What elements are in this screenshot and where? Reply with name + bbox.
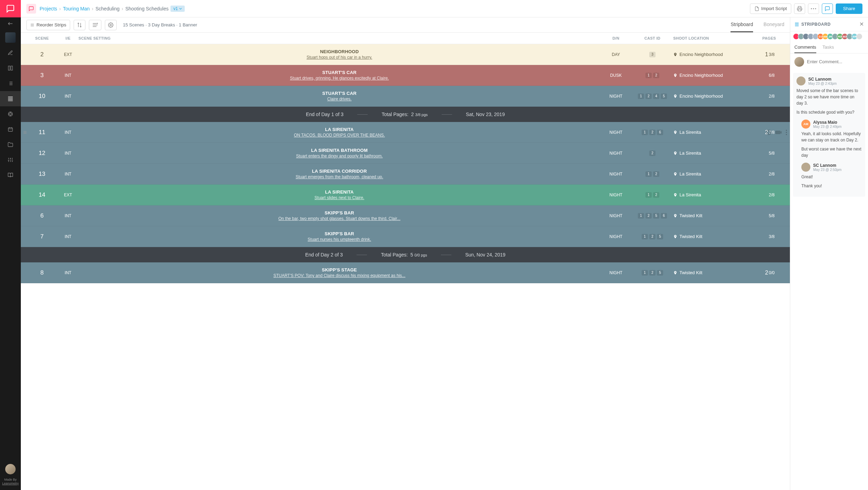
share-button[interactable]: Share xyxy=(836,3,862,14)
add-daybreak-button[interactable] xyxy=(89,20,101,30)
close-panel-icon[interactable]: ✕ xyxy=(859,21,864,27)
print-button[interactable] xyxy=(794,3,805,14)
reel-icon[interactable] xyxy=(766,129,772,136)
user-avatar[interactable] xyxy=(5,464,16,474)
comment-message[interactable]: AM Alyssa Maio May 23 @ 2:49pm Yeah, it … xyxy=(801,120,862,158)
scene-location: La Sirenita xyxy=(673,148,743,158)
cast-chip: 1 xyxy=(642,270,648,276)
tab-stripboard[interactable]: Stripboard xyxy=(731,17,753,32)
scene-description[interactable]: Stuart hops out of his car in a hurry. xyxy=(307,55,372,60)
scene-pages: 2/8 xyxy=(743,169,784,179)
sidebar-folder-icon[interactable] xyxy=(0,137,21,152)
reorder-strips-button[interactable]: Reorder Strips xyxy=(26,20,70,30)
back-icon[interactable] xyxy=(0,17,21,30)
scene-description[interactable]: Stuart emerges from the bathroom, cleane… xyxy=(295,174,383,179)
cast-chip: 1 xyxy=(645,171,652,177)
scene-description[interactable]: Stuart enters the dingy and poorly lit b… xyxy=(296,154,383,158)
import-script-button[interactable]: Import Script xyxy=(750,3,792,14)
scene-cast: 12 xyxy=(645,169,659,179)
scene-strip[interactable]: 6 INT SKIPP'S BAR On the bar, two empty … xyxy=(21,205,790,226)
scene-strip[interactable]: 2 EXT NEIGHBORHOOD Stuart hops out of hi… xyxy=(21,44,790,65)
scene-strip[interactable]: 10 INT STUART'S CAR Claire drives. NIGHT… xyxy=(21,86,790,107)
panel-tab-tasks[interactable]: Tasks xyxy=(823,44,834,53)
comments-toggle-button[interactable] xyxy=(822,3,833,14)
scene-strip[interactable]: 12 INT LA SIRENITA BATHROOM Stuart enter… xyxy=(21,143,790,164)
cast-chip: 1 xyxy=(638,93,644,99)
sidebar-calendar-icon[interactable] xyxy=(0,122,21,137)
sidebar-reel-icon[interactable] xyxy=(0,106,21,122)
svg-point-14 xyxy=(770,132,770,133)
sidebar-panels-icon[interactable] xyxy=(0,60,21,76)
crumb-projects[interactable]: Projects xyxy=(40,6,57,11)
scene-setting: SKIPP'S BAR xyxy=(325,231,354,236)
daybreak-label: End of Day 2 of 3 xyxy=(305,252,343,258)
cast-chip: 1 xyxy=(642,234,648,239)
scene-description[interactable]: Stuart slides next to Claire. xyxy=(315,195,364,200)
svg-point-3 xyxy=(10,113,11,113)
col-pages: PAGES xyxy=(743,36,784,40)
scene-cast: 125 xyxy=(642,231,663,242)
scene-description[interactable]: ON TACOS. BLOOD DRIPS OVER THE BEANS. xyxy=(294,133,385,138)
scene-cast: 12 xyxy=(645,70,659,81)
comment-message[interactable]: SC Lannom May 23 @ 2:43pm Moved some of … xyxy=(796,76,862,115)
svg-rect-1 xyxy=(11,66,12,70)
scene-location: Encino Neighborhood xyxy=(673,49,743,60)
col-location: SHOOT LOCATION xyxy=(673,36,743,40)
cast-chip: 1 xyxy=(645,192,652,198)
scene-description[interactable]: Claire drives. xyxy=(327,97,351,101)
sidebar-book-icon[interactable] xyxy=(0,168,21,183)
scene-setting: NEIGHBORHOOD xyxy=(320,49,359,54)
breadcrumb-app-icon[interactable] xyxy=(26,4,36,14)
scene-location: Twisted Kilt xyxy=(673,231,743,242)
scene-description[interactable]: On the bar, two empty shot glasses. Stua… xyxy=(278,216,401,221)
scene-strip[interactable]: 14 EXT LA SIRENITA Stuart slides next to… xyxy=(21,185,790,205)
day-break[interactable]: End of Day 2 of 3 Total Pages: 5 0/0 pgs… xyxy=(21,247,790,262)
scene-strip[interactable]: 13 INT LA SIRENITA CORRIDOR Stuart emerg… xyxy=(21,164,790,185)
camera-state-icon[interactable] xyxy=(775,130,782,135)
chevron-right-icon: › xyxy=(59,6,61,11)
scene-setting: LA SIRENITA BATHROOM xyxy=(311,148,368,153)
scene-location: Encino Neighborhood xyxy=(673,91,743,101)
cast-chip: 3 xyxy=(649,52,656,57)
sidebar-sliders-icon[interactable] xyxy=(0,152,21,168)
scene-pages: 20/0 xyxy=(743,267,784,278)
collaborator-avatars: DJAMJRRDBDER xyxy=(790,31,868,42)
scene-strip[interactable]: 3 INT STUART'S CAR Stuart drives, grinni… xyxy=(21,65,790,86)
scene-location: La Sirenita xyxy=(673,189,743,200)
scene-cast: 2 xyxy=(649,148,656,158)
day-break[interactable]: End of Day 1 of 3 Total Pages: 2 3/8 pgs… xyxy=(21,107,790,122)
comment-input[interactable] xyxy=(807,57,865,66)
scene-description[interactable]: STUART'S POV: Tony and Claire discuss hi… xyxy=(273,273,405,278)
scene-description[interactable]: Stuart nurses his umpteenth drink. xyxy=(308,237,371,242)
topbar: Projects › Touring Man › Scheduling › Sh… xyxy=(21,0,868,17)
drag-handle-icon[interactable] xyxy=(23,130,27,134)
sidebar-project-thumbnail[interactable] xyxy=(0,30,21,45)
svg-point-10 xyxy=(815,8,816,9)
scene-ie: INT xyxy=(58,70,78,81)
daybreak-pages: Total Pages: 2 3/8 pgs xyxy=(382,112,428,117)
scene-strip[interactable]: 8 INT SKIPP'S STAGE STUART'S POV: Tony a… xyxy=(21,262,790,283)
collaborator-avatar[interactable] xyxy=(856,33,862,40)
sidebar-edit-icon[interactable] xyxy=(0,45,21,60)
settings-button[interactable] xyxy=(105,20,117,30)
svg-point-9 xyxy=(813,8,814,9)
version-selector[interactable]: v1 xyxy=(170,6,185,12)
sidebar-stripboard-icon[interactable] xyxy=(0,91,21,106)
cast-chip: 2 xyxy=(649,234,656,239)
sort-button[interactable] xyxy=(74,20,85,30)
comment-message[interactable]: SC Lannom May 23 @ 2:50pm Great!Thank yo… xyxy=(801,163,862,189)
scene-strip[interactable]: 7 INT SKIPP'S BAR Stuart nurses his umpt… xyxy=(21,226,790,247)
crumb-project[interactable]: Touring Man xyxy=(63,6,90,11)
sidebar-list-icon[interactable] xyxy=(0,76,21,91)
app-logo[interactable] xyxy=(0,0,21,17)
panel-tab-comments[interactable]: Comments xyxy=(794,44,816,53)
row-menu-icon[interactable] xyxy=(786,130,787,135)
scene-strip[interactable]: 11 INT LA SIRENITA ON TACOS. BLOOD DRIPS… xyxy=(21,122,790,143)
commenter-avatar: AM xyxy=(801,120,810,129)
scene-ie: INT xyxy=(58,210,78,221)
more-options-button[interactable] xyxy=(808,3,819,14)
scene-pages: 5/8 xyxy=(743,148,784,158)
tab-boneyard[interactable]: Boneyard xyxy=(763,17,784,32)
scene-description[interactable]: Stuart drives, grinning. He glances exci… xyxy=(290,76,389,81)
scene-pages: 2/8 xyxy=(743,189,784,200)
